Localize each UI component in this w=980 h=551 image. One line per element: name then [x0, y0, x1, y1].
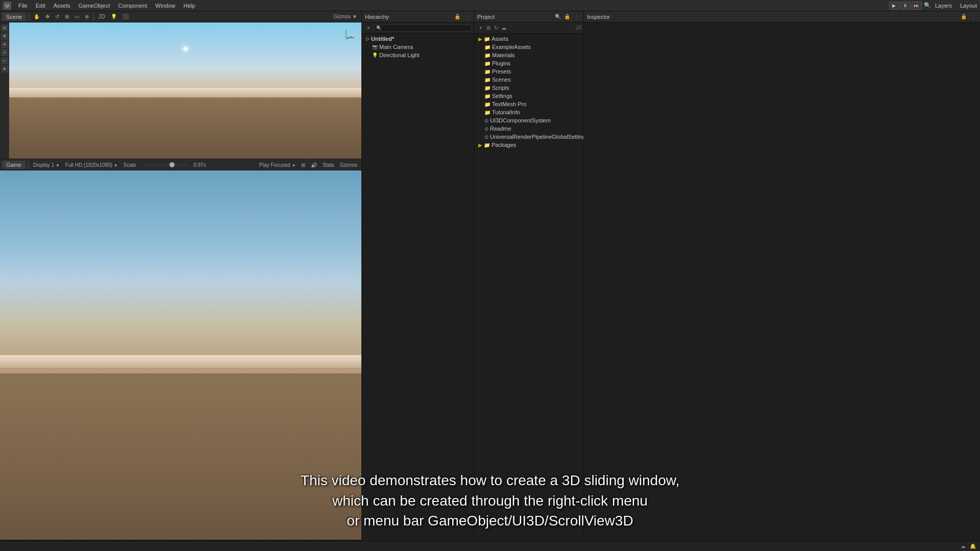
project-packages[interactable]: ▶ 📁 Packages: [474, 141, 583, 149]
scene-icon: ▷: [366, 36, 370, 41]
shaded-toggle[interactable]: ⬛: [120, 13, 131, 20]
pause-button[interactable]: ⏸: [900, 2, 911, 10]
play-focused-btn[interactable]: Play Focused ▼: [257, 162, 298, 168]
menu-right-controls: 🔍 Layers Layout: [924, 2, 977, 9]
scene-tab[interactable]: Scene: [2, 13, 26, 21]
search-icon[interactable]: 🔍: [924, 2, 931, 9]
game-sep1: [28, 161, 29, 168]
inspector-content: [584, 22, 980, 551]
hierarchy-scene-root[interactable]: ▷ Untitled*: [362, 35, 474, 43]
left-tool-2[interactable]: ✥: [1, 33, 8, 40]
file-urp-icon: ⊙: [484, 134, 488, 140]
menu-gameobject[interactable]: GameObject: [76, 2, 113, 10]
left-tool-5[interactable]: ▭: [1, 57, 8, 64]
rotate-tool[interactable]: ↺: [53, 13, 61, 20]
left-tool-3[interactable]: ⊕: [1, 41, 8, 48]
game-tab[interactable]: Game: [2, 161, 26, 169]
scale-handle[interactable]: [169, 162, 175, 167]
play-button[interactable]: ▶: [889, 2, 899, 10]
left-tool-1[interactable]: ⊞: [1, 24, 8, 32]
inspector-panel: Inspector 🔒 ⋮: [584, 11, 980, 551]
project-add-btn[interactable]: +: [476, 24, 485, 31]
hierarchy-title: Hierarchy: [365, 14, 389, 20]
stats-btn[interactable]: Stats: [321, 162, 336, 168]
menu-assets[interactable]: Assets: [51, 2, 74, 10]
vr-toggle[interactable]: ⊞: [299, 162, 307, 168]
hand-tool[interactable]: ✋: [32, 13, 42, 20]
cloud-icon[interactable]: ☁: [961, 543, 966, 549]
folder-scenes-icon: 📁: [484, 77, 491, 83]
project-icon2[interactable]: ↻: [494, 25, 498, 31]
folder-icon: ▶: [478, 36, 482, 42]
project-readme[interactable]: ⊙ Readme: [474, 124, 583, 133]
project-presets[interactable]: 📁 Presets: [474, 67, 583, 76]
layout-label[interactable]: Layout: [960, 3, 977, 9]
hierarchy-main-camera[interactable]: 📷 Main Camera: [368, 43, 474, 51]
mute-btn[interactable]: 🔊: [309, 162, 319, 168]
gizmos-btn[interactable]: Gizmos ▼: [331, 13, 359, 20]
inspector-more-icon[interactable]: ⋮: [970, 14, 977, 19]
game-canvas[interactable]: [0, 170, 361, 540]
game-ground: [0, 373, 361, 540]
hierarchy-more-icon[interactable]: ⋮: [463, 14, 471, 19]
project-icon3[interactable]: ☁: [501, 25, 506, 31]
game-sky: [0, 170, 361, 373]
project-example-assets[interactable]: 📁 ExampleAssets: [474, 43, 583, 51]
folder-packages-icon: ▶: [478, 142, 482, 148]
move-tool[interactable]: ✥: [43, 13, 52, 20]
folder-textmesh-icon: 📁: [484, 102, 491, 107]
menu-edit[interactable]: Edit: [33, 2, 48, 10]
2d-toggle[interactable]: 2D: [96, 13, 107, 20]
hierarchy-content: ▷ Untitled* 📷 Main Camera 💡 Directional …: [362, 34, 474, 551]
hierarchy-toolbar: + 🔍: [362, 22, 474, 34]
project-search-icon[interactable]: 🔍: [555, 14, 561, 19]
scale-slider[interactable]: [142, 164, 188, 166]
notification-icon[interactable]: 🔔: [970, 543, 976, 549]
game-gizmos-btn[interactable]: Gizmos: [338, 162, 359, 168]
hierarchy-add-btn[interactable]: +: [364, 24, 373, 31]
scene-view: Scene ✋ ✥ ↺ ⊞ ▭ ⊕ 2D 💡 ⬛ Gizmos ▼ ✦: [0, 11, 361, 159]
project-assets-folder[interactable]: ▶ 📁 Assets: [474, 35, 583, 43]
scene-canvas[interactable]: ✦: [9, 22, 361, 159]
resolution-dropdown[interactable]: Full HD (980x551) ▼: [63, 162, 120, 168]
project-lock-icon[interactable]: 🔒: [563, 14, 571, 19]
hierarchy-directional-light[interactable]: 💡 Directional Light: [368, 51, 474, 59]
left-tool-6[interactable]: ◈: [1, 65, 8, 72]
display-dropdown[interactable]: Display 1 ▼: [31, 162, 62, 168]
project-textmesh[interactable]: 📁 TextMesh Pro: [474, 100, 583, 108]
lit-toggle[interactable]: 💡: [109, 13, 119, 20]
unity-logo: U: [3, 2, 11, 10]
play-controls: ▶ ⏸ ⏭: [889, 2, 922, 10]
menu-help[interactable]: Help: [180, 2, 198, 10]
rect-tool[interactable]: ▭: [72, 13, 81, 20]
game-separator-bar: Game Display 1 ▼ Full HD (980x551) ▼ S…: [0, 159, 361, 170]
status-bar: ☁ 🔔: [0, 541, 980, 551]
transform-tool[interactable]: ⊕: [83, 13, 91, 20]
menu-file[interactable]: File: [15, 2, 31, 10]
hierarchy-panel: Hierarchy 🔒 ⋮ + 🔍 ▷ Untitled* 📷 Main Cam…: [362, 11, 474, 551]
project-ui3d[interactable]: ⊙ UI3DComponentSystem: [474, 116, 583, 124]
menu-window[interactable]: Window: [152, 2, 178, 10]
project-scripts[interactable]: 📁 Scripts: [474, 84, 583, 92]
inspector-lock-icon[interactable]: 🔒: [960, 14, 968, 19]
hierarchy-search[interactable]: 🔍: [374, 24, 472, 32]
project-settings[interactable]: 📁 Settings: [474, 92, 583, 100]
step-button[interactable]: ⏭: [912, 2, 922, 10]
project-more-icon[interactable]: ⋮: [573, 14, 580, 19]
project-scenes[interactable]: 📁 Scenes: [474, 76, 583, 84]
left-tool-4[interactable]: ⊙: [1, 49, 8, 56]
scale-value: 0.97x: [191, 162, 208, 168]
menu-component[interactable]: Component: [115, 2, 150, 10]
scale-tool[interactable]: ⊞: [63, 13, 71, 20]
project-plugins[interactable]: 📁 Plugins: [474, 59, 583, 67]
hierarchy-lock-icon[interactable]: 🔒: [453, 14, 461, 19]
file-ui3d-icon: ⊙: [484, 118, 488, 123]
project-urp-settings[interactable]: ⊙ UniversalRenderPipelineGlobalSettings: [474, 133, 583, 141]
folder-packages-folder-icon: 📁: [484, 142, 490, 148]
project-tutorialinfo[interactable]: 📁 TutorialInfo: [474, 108, 583, 116]
folder-materials-icon: 📁: [484, 53, 491, 58]
camera-icon: 📷: [372, 44, 378, 49]
project-icon1[interactable]: ⊞: [486, 25, 491, 31]
project-materials[interactable]: 📁 Materials: [474, 51, 583, 59]
layers-label[interactable]: Layers: [935, 3, 952, 9]
